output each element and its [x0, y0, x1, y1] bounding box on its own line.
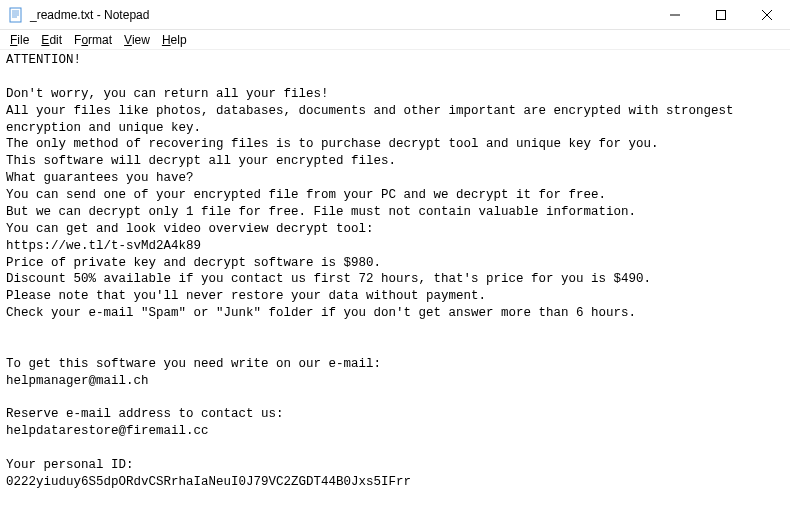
menu-view[interactable]: View: [118, 31, 156, 49]
maximize-button[interactable]: [698, 0, 744, 29]
window-controls: [652, 0, 790, 29]
menu-help-rest: elp: [171, 33, 187, 47]
notepad-icon: [8, 7, 24, 23]
svg-rect-6: [717, 10, 726, 19]
text-content-area[interactable]: ATTENTION! Don't worry, you can return a…: [0, 50, 790, 506]
menu-edit[interactable]: Edit: [35, 31, 68, 49]
close-button[interactable]: [744, 0, 790, 29]
menu-format[interactable]: Format: [68, 31, 118, 49]
window-title: _readme.txt - Notepad: [30, 8, 652, 22]
titlebar: _readme.txt - Notepad: [0, 0, 790, 30]
menu-file[interactable]: File: [4, 31, 35, 49]
maximize-icon: [716, 10, 726, 20]
close-icon: [762, 10, 772, 20]
menubar: File Edit Format View Help: [0, 30, 790, 50]
menu-view-rest: iew: [132, 33, 150, 47]
menu-format-rest: rmat: [88, 33, 112, 47]
menu-file-rest: ile: [17, 33, 29, 47]
minimize-button[interactable]: [652, 0, 698, 29]
menu-edit-rest: dit: [49, 33, 62, 47]
menu-help[interactable]: Help: [156, 31, 193, 49]
minimize-icon: [670, 10, 680, 20]
